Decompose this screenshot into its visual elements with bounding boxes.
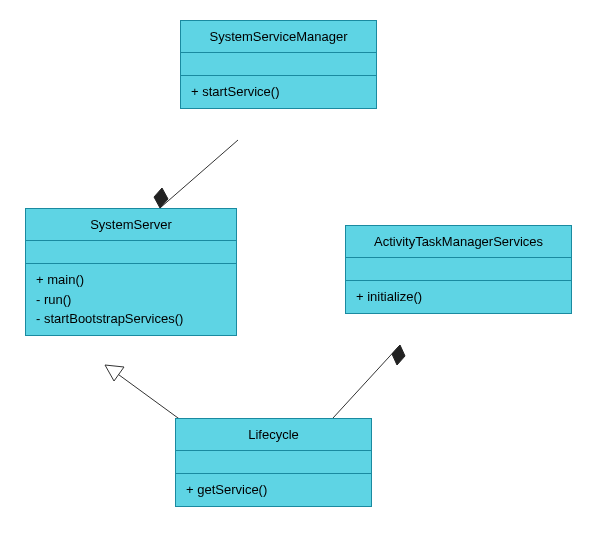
- method: - startBootstrapServices(): [36, 309, 226, 329]
- class-attributes: [26, 241, 236, 264]
- method: + startService(): [191, 82, 366, 102]
- class-methods: + startService(): [181, 76, 376, 108]
- svg-marker-1: [154, 188, 168, 208]
- class-title: SystemServiceManager: [181, 21, 376, 53]
- svg-line-0: [160, 140, 238, 208]
- class-activity-task-manager-services: ActivityTaskManagerServices + initialize…: [345, 225, 572, 314]
- method: - run(): [36, 290, 226, 310]
- class-system-service-manager: SystemServiceManager + startService(): [180, 20, 377, 109]
- class-title: SystemServer: [26, 209, 236, 241]
- class-attributes: [181, 53, 376, 76]
- svg-marker-5: [105, 365, 124, 381]
- class-title: ActivityTaskManagerServices: [346, 226, 571, 258]
- svg-line-2: [333, 345, 400, 418]
- svg-marker-3: [392, 345, 405, 365]
- class-methods: + getService(): [176, 474, 371, 506]
- class-attributes: [346, 258, 571, 281]
- method: + getService(): [186, 480, 361, 500]
- class-lifecycle: Lifecycle + getService(): [175, 418, 372, 507]
- class-methods: + main() - run() - startBootstrapService…: [26, 264, 236, 335]
- class-methods: + initialize(): [346, 281, 571, 313]
- method: + main(): [36, 270, 226, 290]
- class-title: Lifecycle: [176, 419, 371, 451]
- class-system-server: SystemServer + main() - run() - startBoo…: [25, 208, 237, 336]
- method: + initialize(): [356, 287, 561, 307]
- class-attributes: [176, 451, 371, 474]
